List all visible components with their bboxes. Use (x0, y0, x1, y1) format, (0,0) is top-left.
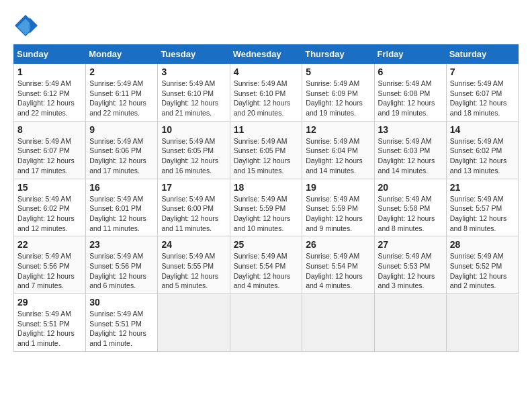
day-info: Sunrise: 5:49 AM Sunset: 6:07 PM Dayligh… (450, 79, 515, 118)
calendar-cell: 23Sunrise: 5:49 AM Sunset: 5:56 PM Dayli… (86, 236, 158, 294)
day-info: Sunrise: 5:49 AM Sunset: 6:10 PM Dayligh… (161, 79, 226, 118)
day-number: 11 (234, 124, 299, 135)
day-number: 3 (161, 66, 226, 77)
day-number: 7 (450, 66, 515, 77)
calendar-cell: 15Sunrise: 5:49 AM Sunset: 6:02 PM Dayli… (14, 179, 86, 236)
calendar-cell: 3Sunrise: 5:49 AM Sunset: 6:10 PM Daylig… (158, 64, 230, 122)
calendar-cell: 28Sunrise: 5:49 AM Sunset: 5:52 PM Dayli… (446, 236, 518, 294)
calendar-cell: 6Sunrise: 5:49 AM Sunset: 6:08 PM Daylig… (374, 64, 446, 122)
day-number: 10 (161, 124, 226, 135)
day-number: 15 (17, 182, 82, 193)
day-info: Sunrise: 5:49 AM Sunset: 6:04 PM Dayligh… (306, 136, 370, 176)
day-info: Sunrise: 5:49 AM Sunset: 5:51 PM Dayligh… (17, 309, 82, 349)
svg-marker-2 (30, 17, 38, 34)
calendar-week-row: 15Sunrise: 5:49 AM Sunset: 6:02 PM Dayli… (14, 179, 519, 236)
calendar-header-sunday: Sunday (14, 45, 86, 64)
calendar-cell: 17Sunrise: 5:49 AM Sunset: 6:00 PM Dayli… (158, 179, 230, 236)
day-info: Sunrise: 5:49 AM Sunset: 6:02 PM Dayligh… (17, 194, 82, 234)
day-info: Sunrise: 5:49 AM Sunset: 6:00 PM Dayligh… (161, 194, 226, 234)
day-info: Sunrise: 5:49 AM Sunset: 6:10 PM Dayligh… (234, 79, 299, 118)
calendar-cell: 4Sunrise: 5:49 AM Sunset: 6:10 PM Daylig… (230, 64, 302, 122)
calendar-cell: 21Sunrise: 5:49 AM Sunset: 5:57 PM Dayli… (446, 179, 518, 236)
calendar-header-monday: Monday (86, 45, 158, 64)
day-info: Sunrise: 5:49 AM Sunset: 6:03 PM Dayligh… (378, 136, 443, 176)
calendar-cell: 13Sunrise: 5:49 AM Sunset: 6:03 PM Dayli… (374, 121, 446, 179)
calendar-cell (230, 294, 302, 352)
day-number: 27 (378, 239, 443, 250)
calendar-cell: 1Sunrise: 5:49 AM Sunset: 6:12 PM Daylig… (14, 64, 86, 122)
calendar-week-row: 29Sunrise: 5:49 AM Sunset: 5:51 PM Dayli… (14, 294, 519, 352)
day-number: 29 (17, 297, 82, 308)
calendar-cell: 24Sunrise: 5:49 AM Sunset: 5:55 PM Dayli… (158, 236, 230, 294)
day-info: Sunrise: 5:49 AM Sunset: 6:12 PM Dayligh… (17, 79, 82, 118)
calendar-cell: 14Sunrise: 5:49 AM Sunset: 6:02 PM Dayli… (446, 121, 518, 179)
calendar-cell: 27Sunrise: 5:49 AM Sunset: 5:53 PM Dayli… (374, 236, 446, 294)
calendar-cell: 7Sunrise: 5:49 AM Sunset: 6:07 PM Daylig… (446, 64, 518, 122)
day-info: Sunrise: 5:49 AM Sunset: 5:53 PM Dayligh… (378, 251, 443, 291)
calendar-cell: 10Sunrise: 5:49 AM Sunset: 6:05 PM Dayli… (158, 121, 230, 179)
calendar-cell (374, 294, 446, 352)
day-info: Sunrise: 5:49 AM Sunset: 5:56 PM Dayligh… (17, 251, 82, 291)
day-info: Sunrise: 5:49 AM Sunset: 5:54 PM Dayligh… (306, 251, 370, 291)
day-number: 25 (234, 239, 299, 250)
day-number: 6 (378, 66, 443, 77)
calendar-cell: 12Sunrise: 5:49 AM Sunset: 6:04 PM Dayli… (302, 121, 374, 179)
day-info: Sunrise: 5:49 AM Sunset: 6:02 PM Dayligh… (450, 136, 515, 176)
day-number: 30 (89, 297, 154, 308)
calendar-cell: 25Sunrise: 5:49 AM Sunset: 5:54 PM Dayli… (230, 236, 302, 294)
logo-icon (13, 13, 38, 38)
day-info: Sunrise: 5:49 AM Sunset: 6:09 PM Dayligh… (306, 79, 370, 118)
day-info: Sunrise: 5:49 AM Sunset: 5:52 PM Dayligh… (450, 251, 515, 291)
calendar-cell: 30Sunrise: 5:49 AM Sunset: 5:51 PM Dayli… (86, 294, 158, 352)
day-info: Sunrise: 5:49 AM Sunset: 6:01 PM Dayligh… (89, 194, 154, 234)
calendar-cell: 2Sunrise: 5:49 AM Sunset: 6:11 PM Daylig… (86, 64, 158, 122)
day-number: 8 (17, 124, 82, 135)
calendar-cell: 29Sunrise: 5:49 AM Sunset: 5:51 PM Dayli… (14, 294, 86, 352)
day-info: Sunrise: 5:49 AM Sunset: 5:58 PM Dayligh… (378, 194, 443, 234)
calendar-header-wednesday: Wednesday (230, 45, 302, 64)
calendar-cell: 20Sunrise: 5:49 AM Sunset: 5:58 PM Dayli… (374, 179, 446, 236)
calendar-cell: 18Sunrise: 5:49 AM Sunset: 5:59 PM Dayli… (230, 179, 302, 236)
calendar-cell: 5Sunrise: 5:49 AM Sunset: 6:09 PM Daylig… (302, 64, 374, 122)
page-header (13, 13, 519, 38)
day-number: 22 (17, 239, 82, 250)
day-number: 18 (234, 182, 299, 193)
calendar-header-row: SundayMondayTuesdayWednesdayThursdayFrid… (14, 45, 519, 64)
calendar-header-friday: Friday (374, 45, 446, 64)
day-number: 21 (450, 182, 515, 193)
day-info: Sunrise: 5:49 AM Sunset: 5:59 PM Dayligh… (306, 194, 370, 234)
day-info: Sunrise: 5:49 AM Sunset: 5:51 PM Dayligh… (89, 309, 154, 349)
calendar-cell: 26Sunrise: 5:49 AM Sunset: 5:54 PM Dayli… (302, 236, 374, 294)
day-info: Sunrise: 5:49 AM Sunset: 5:54 PM Dayligh… (234, 251, 299, 291)
day-info: Sunrise: 5:49 AM Sunset: 5:59 PM Dayligh… (234, 194, 299, 234)
calendar-cell: 16Sunrise: 5:49 AM Sunset: 6:01 PM Dayli… (86, 179, 158, 236)
day-number: 26 (306, 239, 370, 250)
calendar-cell: 22Sunrise: 5:49 AM Sunset: 5:56 PM Dayli… (14, 236, 86, 294)
day-info: Sunrise: 5:49 AM Sunset: 6:08 PM Dayligh… (378, 79, 443, 118)
day-number: 17 (161, 182, 226, 193)
logo (13, 13, 42, 38)
calendar-header-thursday: Thursday (302, 45, 374, 64)
day-number: 14 (450, 124, 515, 135)
calendar-cell: 11Sunrise: 5:49 AM Sunset: 6:05 PM Dayli… (230, 121, 302, 179)
day-info: Sunrise: 5:49 AM Sunset: 6:05 PM Dayligh… (234, 136, 299, 176)
calendar-week-row: 22Sunrise: 5:49 AM Sunset: 5:56 PM Dayli… (14, 236, 519, 294)
calendar-header-tuesday: Tuesday (158, 45, 230, 64)
day-number: 9 (89, 124, 154, 135)
calendar-cell (158, 294, 230, 352)
day-number: 4 (234, 66, 299, 77)
day-number: 2 (89, 66, 154, 77)
day-info: Sunrise: 5:49 AM Sunset: 6:07 PM Dayligh… (17, 136, 82, 176)
calendar-cell: 8Sunrise: 5:49 AM Sunset: 6:07 PM Daylig… (14, 121, 86, 179)
calendar-week-row: 1Sunrise: 5:49 AM Sunset: 6:12 PM Daylig… (14, 64, 519, 122)
day-number: 24 (161, 239, 226, 250)
day-info: Sunrise: 5:49 AM Sunset: 5:56 PM Dayligh… (89, 251, 154, 291)
day-number: 23 (89, 239, 154, 250)
day-info: Sunrise: 5:49 AM Sunset: 5:55 PM Dayligh… (161, 251, 226, 291)
day-number: 13 (378, 124, 443, 135)
day-number: 1 (17, 66, 82, 77)
day-info: Sunrise: 5:49 AM Sunset: 6:11 PM Dayligh… (89, 79, 154, 118)
calendar-week-row: 8Sunrise: 5:49 AM Sunset: 6:07 PM Daylig… (14, 121, 519, 179)
day-number: 28 (450, 239, 515, 250)
calendar-cell (446, 294, 518, 352)
